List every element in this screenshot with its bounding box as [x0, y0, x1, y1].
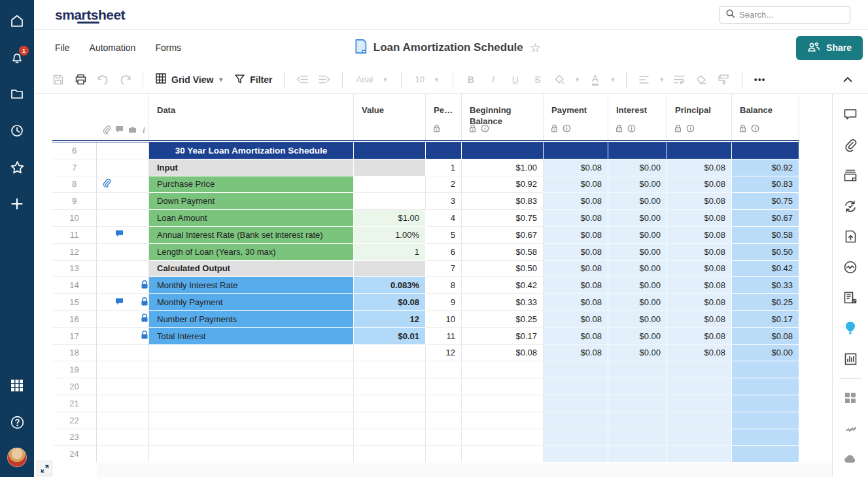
row-indicator-cell[interactable] — [97, 311, 149, 328]
cell-interest[interactable] — [608, 142, 667, 159]
cell-principal[interactable]: $0.08 — [667, 193, 732, 210]
row-number[interactable]: 15 — [52, 294, 97, 311]
cell-data[interactable]: Monthly Interest Rate — [149, 277, 354, 294]
recents-button[interactable] — [0, 118, 34, 144]
cell-payment[interactable]: $0.08 — [544, 176, 608, 193]
cell-data[interactable]: Number of Payments — [149, 311, 354, 328]
cell-data[interactable] — [149, 345, 354, 362]
cell-value[interactable]: 0.083% — [354, 277, 426, 294]
row-indicator-cell[interactable] — [97, 277, 149, 294]
cell-data[interactable]: Down Payment — [149, 193, 354, 210]
row-number[interactable]: 18 — [52, 345, 97, 362]
menu-file[interactable]: File — [55, 42, 70, 53]
cell-interest[interactable]: $0.00 — [608, 294, 667, 311]
create-button[interactable] — [0, 191, 34, 217]
row-indicator-cell[interactable] — [97, 159, 149, 176]
update-requests-panel-button[interactable] — [837, 193, 863, 219]
cell-interest[interactable] — [608, 361, 667, 378]
cell-value[interactable] — [354, 395, 426, 412]
cell-period[interactable] — [426, 446, 462, 462]
cell-principal[interactable]: $0.08 — [667, 294, 732, 311]
row-comment-icon[interactable] — [115, 297, 124, 307]
row-number[interactable]: 24 — [52, 446, 97, 462]
cell-balance[interactable]: $0.58 — [732, 227, 799, 244]
cell-data[interactable] — [149, 429, 354, 446]
cell-value[interactable] — [354, 345, 426, 362]
whats-new-panel-button[interactable] — [837, 316, 863, 341]
cell-period[interactable] — [426, 142, 462, 159]
cell-interest[interactable]: $0.00 — [608, 193, 667, 210]
cell-interest[interactable]: $0.00 — [608, 311, 667, 328]
cell-data[interactable]: Annual Interest Rate (Bank set interest … — [149, 227, 354, 244]
cell-begin[interactable]: $0.17 — [462, 328, 544, 345]
row-indicator-cell[interactable] — [97, 294, 149, 311]
cell-principal[interactable] — [667, 429, 732, 446]
menu-forms[interactable]: Forms — [155, 42, 181, 53]
cell-payment[interactable]: $0.08 — [544, 328, 608, 345]
search-input[interactable] — [739, 10, 844, 20]
cell-period[interactable]: 12 — [426, 345, 462, 362]
cell-begin[interactable]: $1.00 — [462, 159, 544, 176]
cell-principal[interactable] — [667, 412, 732, 429]
row-number[interactable]: 23 — [52, 429, 97, 446]
cell-begin[interactable]: $0.92 — [462, 176, 544, 193]
row-number[interactable]: 10 — [52, 210, 97, 227]
row-number[interactable]: 6 — [52, 142, 97, 159]
cell-interest[interactable] — [608, 429, 667, 446]
row-indicator-cell[interactable] — [97, 193, 149, 210]
cell-data[interactable] — [149, 395, 354, 412]
row-indicator-cell[interactable] — [97, 142, 149, 159]
column-header-value[interactable]: Value — [354, 94, 426, 140]
redo-button[interactable] — [115, 70, 135, 90]
cell-interest[interactable]: $0.00 — [608, 328, 667, 345]
cell-begin[interactable] — [462, 412, 544, 429]
cell-payment[interactable] — [544, 412, 608, 429]
cell-value[interactable] — [354, 193, 426, 210]
row-number[interactable]: 13 — [52, 261, 97, 278]
cell-balance[interactable]: $0.00 — [732, 345, 799, 362]
cell-value[interactable]: $0.08 — [354, 294, 426, 311]
print-button[interactable] — [71, 70, 90, 90]
share-button[interactable]: Share — [796, 36, 863, 60]
cell-principal[interactable]: $0.08 — [667, 210, 732, 227]
row-number[interactable]: 22 — [52, 412, 97, 429]
row-attachment-icon[interactable] — [102, 178, 111, 189]
cell-value[interactable]: $1.00 — [354, 210, 426, 227]
format-painter-button[interactable] — [714, 70, 734, 90]
column-header-data[interactable]: Data — [149, 94, 354, 140]
cell-payment[interactable]: $0.08 — [544, 244, 608, 261]
cell-period[interactable]: 2 — [426, 176, 462, 193]
integrations-panel-button[interactable] — [837, 416, 863, 441]
publish-panel-button[interactable] — [837, 224, 863, 250]
cell-period[interactable] — [426, 378, 462, 395]
cell-payment[interactable]: $0.08 — [544, 277, 608, 294]
cell-begin[interactable] — [462, 429, 544, 446]
summary-panel-button[interactable] — [837, 286, 863, 311]
cell-payment[interactable]: $0.08 — [544, 227, 608, 244]
cell-payment[interactable] — [544, 378, 608, 395]
cell-payment[interactable] — [544, 446, 608, 462]
cell-balance[interactable] — [732, 361, 799, 378]
cell-period[interactable]: 7 — [426, 261, 462, 278]
row-number[interactable]: 16 — [52, 311, 97, 328]
cell-data[interactable] — [149, 412, 354, 429]
cell-balance[interactable] — [732, 395, 799, 412]
row-number[interactable]: 9 — [52, 193, 97, 210]
cell-principal[interactable]: $0.08 — [667, 261, 732, 278]
cell-balance[interactable] — [732, 446, 799, 462]
apps-panel-button[interactable] — [837, 386, 863, 411]
align-button[interactable] — [634, 70, 654, 90]
cell-balance[interactable]: $0.50 — [732, 244, 799, 261]
column-header-begin[interactable]: Beginning Balance — [462, 94, 544, 140]
cell-balance[interactable]: $0.25 — [732, 294, 799, 311]
collapse-toolbar-button[interactable] — [838, 70, 858, 90]
cell-period[interactable]: 3 — [426, 193, 462, 210]
horizontal-scrollbar[interactable] — [97, 463, 832, 477]
home-button[interactable] — [0, 8, 34, 34]
favorites-button[interactable] — [0, 154, 34, 180]
charts-panel-button[interactable] — [837, 346, 863, 372]
cell-principal[interactable]: $0.08 — [667, 176, 732, 193]
cell-value[interactable]: $0.01 — [354, 328, 426, 345]
row-indicator-cell[interactable] — [97, 210, 149, 227]
cell-data[interactable] — [149, 361, 354, 378]
